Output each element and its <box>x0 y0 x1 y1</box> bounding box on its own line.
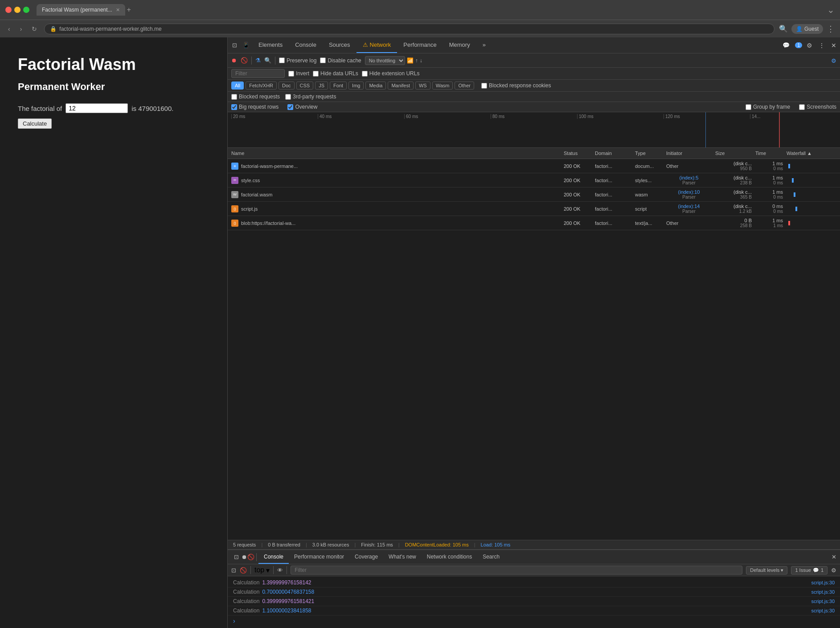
tab-memory[interactable]: Memory <box>443 37 476 53</box>
search-icon[interactable]: 🔍 <box>264 57 271 64</box>
invert-checkbox[interactable]: Invert <box>288 70 309 77</box>
tab-close-icon[interactable]: ✕ <box>116 7 120 13</box>
bottom-sidebar-icon[interactable]: ⊡ <box>231 554 242 560</box>
console-settings-icon[interactable]: ⚙ <box>831 567 836 574</box>
window-controls[interactable]: ⌄ <box>827 4 835 15</box>
bottom-tab-network-conditions[interactable]: Network conditions <box>422 550 477 564</box>
table-row[interactable]: ✏ style.css 200 OK factori... styles... … <box>228 173 840 188</box>
minimize-button[interactable] <box>14 7 20 13</box>
th-domain[interactable]: Domain <box>593 148 633 159</box>
screenshots-input[interactable] <box>799 104 805 110</box>
tab-sources[interactable]: Sources <box>323 37 356 53</box>
wifi-icon[interactable]: 📶 <box>407 57 414 64</box>
bottom-tab-coverage[interactable]: Coverage <box>349 550 383 564</box>
bottom-tab-whats-new[interactable]: What's new <box>383 550 422 564</box>
preserve-log-input[interactable] <box>279 57 285 63</box>
preserve-log-checkbox[interactable]: Preserve log <box>279 57 316 64</box>
blocked-response-checkbox[interactable]: Blocked response cookies <box>481 82 551 89</box>
address-bar[interactable]: 🔒 factorial-wasm-permanent-worker.glitch… <box>44 24 774 34</box>
overview-input[interactable] <box>287 104 293 110</box>
pill-ws[interactable]: WS <box>415 82 430 90</box>
settings-icon[interactable]: ⚙ <box>805 40 814 51</box>
group-frame-checkbox[interactable]: Group by frame <box>746 104 790 110</box>
table-row[interactable]: ≡ factorial-wasm-permane... 200 OK facto… <box>228 159 840 173</box>
console-clear-icon[interactable]: 🚫 <box>240 567 247 574</box>
factorial-input[interactable] <box>66 103 128 113</box>
menu-icon[interactable]: ⋮ <box>827 24 835 34</box>
invert-input[interactable] <box>288 71 294 77</box>
record-stop-icon[interactable]: ⏺ <box>231 57 237 64</box>
pill-doc[interactable]: Doc <box>279 82 295 90</box>
eye-icon[interactable]: 👁 <box>277 567 283 574</box>
console-link-4[interactable]: script.js:30 <box>811 608 835 613</box>
disable-cache-checkbox[interactable]: Disable cache <box>320 57 361 64</box>
pill-manifest[interactable]: Manifest <box>388 82 414 90</box>
tab-performance[interactable]: Performance <box>397 37 443 53</box>
table-row[interactable]: W factorial.wasm 200 OK factori... wasm … <box>228 188 840 202</box>
tab-more[interactable]: » <box>476 37 492 53</box>
guest-button[interactable]: 👤 Guest <box>791 24 823 34</box>
filter-icon[interactable]: ⚗ <box>255 57 261 64</box>
reload-button[interactable]: ↻ <box>29 24 40 33</box>
pill-js[interactable]: JS <box>315 82 328 90</box>
th-time[interactable]: Time <box>754 148 785 159</box>
pill-img[interactable]: Img <box>348 82 364 90</box>
clear-icon[interactable]: 🚫 <box>241 57 248 64</box>
pill-fetch-xhr[interactable]: Fetch/XHR <box>246 82 277 90</box>
pill-wasm[interactable]: Wasm <box>432 82 453 90</box>
third-party-checkbox[interactable]: 3rd-party requests <box>285 94 336 100</box>
bottom-tab-search[interactable]: Search <box>477 550 505 564</box>
console-link-3[interactable]: script.js:30 <box>811 599 835 604</box>
hide-data-urls-input[interactable] <box>313 71 319 77</box>
pill-font[interactable]: Font <box>330 82 347 90</box>
th-type[interactable]: Type <box>633 148 664 159</box>
close-button[interactable] <box>5 7 12 13</box>
big-rows-checkbox[interactable]: Big request rows <box>231 104 279 110</box>
bottom-tab-console[interactable]: Console <box>258 550 289 564</box>
th-initiator[interactable]: Initiator <box>664 148 713 159</box>
pill-media[interactable]: Media <box>365 82 386 90</box>
hide-data-urls-checkbox[interactable]: Hide data URLs <box>313 70 358 77</box>
calculate-button[interactable]: Calculate <box>18 118 52 129</box>
levels-button[interactable]: Default levels ▾ <box>746 566 787 575</box>
pill-other[interactable]: Other <box>455 82 474 90</box>
customize-icon[interactable]: ⋮ <box>817 40 827 51</box>
table-row[interactable]: {} blob:https://factorial-wa... 200 OK f… <box>228 216 840 230</box>
forward-button[interactable]: › <box>17 24 25 33</box>
devtools-phone-icon[interactable]: 📱 <box>240 42 252 49</box>
network-settings-icon[interactable]: ⚙ <box>831 57 836 64</box>
throttle-select[interactable]: No throttling <box>365 56 405 65</box>
th-size[interactable]: Size <box>713 148 754 159</box>
bottom-record-icon[interactable]: ⏺ <box>242 554 247 560</box>
tab-network[interactable]: ⚠ Network <box>356 37 397 53</box>
third-party-input[interactable] <box>285 94 291 100</box>
pill-css[interactable]: CSS <box>296 82 314 90</box>
gear-settings-icon[interactable]: ⚙ <box>831 57 836 65</box>
overview-checkbox[interactable]: Overview <box>287 104 317 110</box>
bottom-close-icon[interactable]: ✕ <box>832 554 836 560</box>
big-rows-input[interactable] <box>231 104 237 110</box>
pill-all[interactable]: All <box>231 82 244 90</box>
tab-console[interactable]: Console <box>289 37 323 53</box>
upload-icon[interactable]: ↑ <box>415 57 418 64</box>
back-button[interactable]: ‹ <box>5 24 13 33</box>
bottom-tab-performance-monitor[interactable]: Performance monitor <box>289 550 349 564</box>
console-expand-arrow[interactable]: › <box>228 616 840 626</box>
console-link-1[interactable]: script.js:30 <box>811 580 835 585</box>
hide-extension-input[interactable] <box>362 71 368 77</box>
blocked-requests-input[interactable] <box>231 94 237 100</box>
bottom-clear-icon[interactable]: 🚫 <box>247 554 254 560</box>
table-row[interactable]: {} script.js 200 OK factori... script (i… <box>228 202 840 216</box>
console-link-2[interactable]: script.js:30 <box>811 589 835 595</box>
console-sidebar-toggle[interactable]: ⊡ <box>231 567 236 574</box>
maximize-button[interactable] <box>23 7 29 13</box>
zoom-icon[interactable]: 🔍 <box>779 24 788 33</box>
group-frame-input[interactable] <box>746 104 751 110</box>
close-devtools-icon[interactable]: ✕ <box>829 40 838 51</box>
th-waterfall[interactable]: Waterfall ▲ <box>785 148 838 159</box>
disable-cache-input[interactable] <box>320 57 326 63</box>
blocked-response-input[interactable] <box>481 83 487 89</box>
tab-elements[interactable]: Elements <box>252 37 289 53</box>
th-status[interactable]: Status <box>562 148 593 159</box>
download-icon[interactable]: ↓ <box>420 57 422 64</box>
